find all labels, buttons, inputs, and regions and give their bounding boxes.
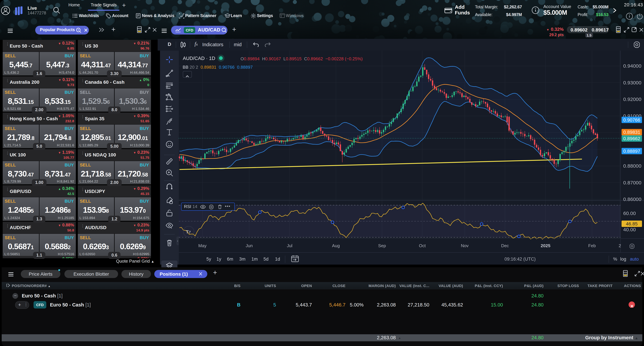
svg-text:0.92000: 0.92000 xyxy=(623,96,641,102)
svg-text:09:16:42 (UTC): 09:16:42 (UTC) xyxy=(504,257,536,262)
svg-text:40.00: 40.00 xyxy=(623,227,636,232)
svg-text:Dec: Dec xyxy=(501,243,509,248)
svg-text:1m: 1m xyxy=(252,257,258,262)
svg-text:2025: 2025 xyxy=(541,243,550,248)
svg-text:60.00: 60.00 xyxy=(623,210,636,216)
svg-text:0.93000: 0.93000 xyxy=(623,80,641,85)
svg-text:46.85: 46.85 xyxy=(626,221,638,226)
svg-text:May: May xyxy=(198,243,206,248)
svg-text:0.90766: 0.90766 xyxy=(623,117,640,123)
svg-text:Jun: Jun xyxy=(246,243,253,248)
svg-text:Feb: Feb xyxy=(588,243,596,248)
svg-text:0.88000: 0.88000 xyxy=(623,163,641,169)
svg-text:5y: 5y xyxy=(206,257,211,262)
svg-text:1y: 1y xyxy=(216,257,221,262)
svg-text:0.87000: 0.87000 xyxy=(623,180,641,185)
svg-text:Aug: Aug xyxy=(332,243,340,248)
svg-text:0.89831: 0.89831 xyxy=(623,130,640,135)
svg-text:0.94000: 0.94000 xyxy=(623,63,641,69)
svg-text:1d: 1d xyxy=(275,257,280,262)
svg-text:Oct: Oct xyxy=(419,243,426,248)
svg-text:0.88897: 0.88897 xyxy=(623,149,640,154)
svg-text:0.86000: 0.86000 xyxy=(623,196,641,202)
svg-text:Jul: Jul xyxy=(287,243,292,248)
svg-text:0.89662: 0.89662 xyxy=(623,136,640,141)
svg-text:%: % xyxy=(613,257,617,262)
svg-text:auto: auto xyxy=(630,257,639,262)
svg-text:5d: 5d xyxy=(264,257,268,262)
svg-text:3m: 3m xyxy=(239,257,246,262)
svg-text:2: 2 xyxy=(619,243,621,248)
svg-text:Sep: Sep xyxy=(378,243,386,248)
svg-text:log: log xyxy=(620,257,626,262)
svg-text:Nov: Nov xyxy=(461,243,468,248)
svg-text:6m: 6m xyxy=(227,257,233,262)
